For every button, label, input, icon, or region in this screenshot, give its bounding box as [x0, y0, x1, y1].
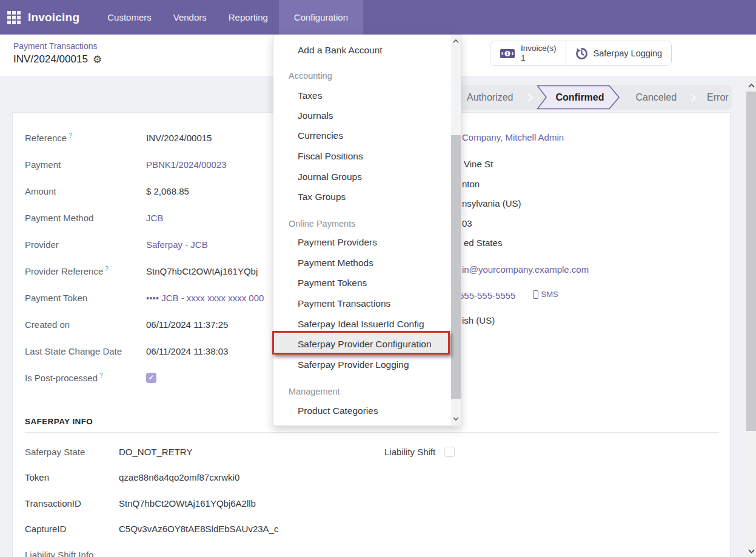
menu-item-fiscal-positions[interactable]: Fiscal Positions: [273, 146, 449, 166]
liability-shift-checkbox[interactable]: [444, 447, 455, 457]
status-step-confirmed-label: Confirmed: [537, 85, 620, 110]
partner-email-link[interactable]: in@yourcompany.example.com: [462, 264, 589, 275]
field-label: Provider: [25, 239, 146, 250]
nav-item-configuration[interactable]: Configuration: [279, 0, 363, 35]
partner-phone-link[interactable]: 555-555-5555: [459, 290, 515, 301]
field-row-payment: Payment PBNK1/2024/00023: [25, 151, 286, 178]
field-row-token: Token qzae88n6a4qo2omf87cxrwki0: [25, 465, 340, 491]
scroll-up-icon[interactable]: [451, 36, 461, 46]
apps-menu-button[interactable]: [0, 0, 28, 35]
menu-item-saferpay-ideal-issuerid-config[interactable]: Saferpay Ideal IssuerId Config: [273, 314, 449, 334]
field-row-created-on: Created on 06/11/2024 11:37:25: [25, 311, 286, 338]
help-icon[interactable]: ?: [99, 372, 103, 379]
status-step-confirmed[interactable]: Confirmed: [537, 85, 620, 110]
breadcrumb: Payment Transactions INV/2024/00015 ⚙: [13, 41, 102, 65]
field-row-provider-reference: Provider Reference? StnQ7hbCt2OWtAj161YQ…: [25, 258, 286, 284]
configuration-dropdown-menu: Add a Bank Account Accounting Taxes Jour…: [273, 35, 461, 426]
partner-zip: 03: [462, 218, 472, 228]
section-divider: [25, 432, 719, 433]
menu-item-journal-groups[interactable]: Journal Groups: [273, 167, 449, 187]
field-row-payment-method: Payment Method JCB: [25, 204, 286, 231]
field-label: Amount: [25, 186, 146, 196]
menu-item-payment-providers[interactable]: Payment Providers: [273, 232, 449, 252]
menu-item-saferpay-provider-logging[interactable]: Saferpay Provider Logging: [273, 355, 449, 375]
field-label: CaptureID: [25, 524, 119, 534]
menu-item-taxes[interactable]: Taxes: [273, 85, 449, 105]
field-row-liability-shift: Liability Shift: [384, 439, 455, 465]
header-button-group: 1 Invoice(s) 1 Saferpay Logging: [490, 41, 672, 66]
menu-item-currencies[interactable]: Currencies: [273, 125, 449, 145]
field-row-saferpay-state: Saferpay State DO_NOT_RETRY: [25, 439, 340, 465]
sms-button[interactable]: SMS: [533, 290, 558, 299]
field-label: TransactionID: [25, 498, 119, 509]
menu-item-payment-transactions[interactable]: Payment Transactions: [273, 293, 449, 313]
provider-link[interactable]: Saferpay - JCB: [146, 239, 208, 250]
payment-link[interactable]: PBNK1/2024/00023: [146, 159, 227, 170]
field-value: 06/11/2024 11:38:03: [146, 346, 228, 356]
menu-item-payment-methods[interactable]: Payment Methods: [273, 253, 449, 273]
page-scrollbar[interactable]: [746, 76, 756, 557]
svg-text:1: 1: [506, 51, 509, 56]
menu-item-product-categories[interactable]: Product Categories: [273, 401, 449, 421]
invoices-button-label: Invoice(s): [521, 44, 557, 53]
field-label: Provider Reference?: [25, 265, 146, 276]
field-row-provider: Provider Saferpay - JCB: [25, 231, 286, 258]
partner-link[interactable]: Company, Mitchell Admin: [462, 132, 564, 142]
partner-state: nsylvania (US): [462, 198, 521, 208]
menu-item-journals[interactable]: Journals: [273, 105, 449, 125]
invoices-button-count: 1: [521, 53, 526, 63]
scroll-down-icon[interactable]: [746, 546, 756, 556]
field-label: Is Post-processed?: [25, 372, 146, 383]
apps-grid-icon: [7, 11, 21, 24]
mobile-phone-icon: [533, 290, 538, 299]
status-step-canceled[interactable]: Canceled: [620, 92, 689, 103]
menu-item-payment-tokens[interactable]: Payment Tokens: [273, 273, 449, 293]
saferpay-section-title: SAFERPAY INFO: [25, 417, 93, 426]
menu-item-tax-groups[interactable]: Tax Groups: [273, 187, 449, 207]
field-value: C5Qv3vAz6OY8tAE8SldEbSAUv23A_c: [119, 524, 278, 534]
nav-item-customers[interactable]: Customers: [96, 0, 162, 35]
menu-item-add-bank-account[interactable]: Add a Bank Account: [273, 40, 449, 60]
invoices-stat-button[interactable]: 1 Invoice(s) 1: [490, 41, 566, 65]
menu-section-accounting: Accounting: [273, 66, 449, 86]
help-icon[interactable]: ?: [69, 132, 72, 139]
field-label: Last State Change Date: [25, 346, 146, 356]
gear-icon[interactable]: ⚙: [93, 55, 102, 65]
dropdown-scrollbar-thumb[interactable]: [451, 135, 461, 399]
breadcrumb-parent-link[interactable]: Payment Transactions: [13, 41, 98, 51]
statusbar-chevron-icon: [524, 93, 532, 101]
app-window: Invoicing Customers Vendors Reporting Co…: [0, 0, 756, 557]
field-row-is-post-processed: Is Post-processed? ✓: [25, 364, 286, 391]
dropdown-scrollbar[interactable]: [451, 35, 461, 425]
field-label: Liability Shift Info: [25, 550, 119, 557]
field-value: StnQ7hbCt2OWtAj161YQbj: [146, 266, 258, 276]
page-scrollbar-thumb[interactable]: [746, 92, 756, 431]
field-value: StnQ7hbCt2OWtAj161YQbj6A2llb: [119, 498, 256, 509]
field-row-capture-id: CaptureID C5Qv3vAz6OY8tAE8SldEbSAUv23A_c: [25, 516, 340, 542]
app-title[interactable]: Invoicing: [28, 0, 96, 35]
help-icon[interactable]: ?: [105, 265, 109, 272]
nav-item-reporting[interactable]: Reporting: [218, 0, 279, 35]
status-step-authorized[interactable]: Authorized: [455, 92, 526, 103]
saferpay-logging-label: Saferpay Logging: [594, 48, 663, 58]
money-bill-icon: 1: [500, 48, 515, 59]
top-navbar: Invoicing Customers Vendors Reporting Co…: [0, 0, 756, 35]
field-label: Payment Token: [25, 293, 146, 303]
partner-phone-row: 555-555-5555 SMS: [459, 290, 558, 301]
saferpay-fields: Saferpay State DO_NOT_RETRY Token qzae88…: [25, 439, 340, 557]
field-label: Liability Shift: [384, 447, 435, 457]
transaction-fields: Reference? INV/2024/00015 Payment PBNK1/…: [25, 124, 286, 391]
is-post-processed-checkbox[interactable]: ✓: [146, 373, 156, 383]
scroll-down-icon[interactable]: [451, 413, 461, 424]
saferpay-logging-button[interactable]: Saferpay Logging: [566, 41, 672, 65]
menu-item-saferpay-provider-configuration[interactable]: Saferpay Provider Configuration: [273, 334, 449, 354]
scroll-up-icon[interactable]: [746, 81, 756, 91]
payment-method-link[interactable]: JCB: [146, 213, 163, 223]
menu-section-online-payments: Online Payments: [273, 214, 449, 234]
partner-city: nton: [462, 179, 480, 189]
partner-street: Vine St: [464, 159, 493, 169]
field-value: qzae88n6a4qo2omf87cxrwki0: [119, 472, 239, 482]
payment-token-link[interactable]: •••• JCB - xxxx xxxx xxxx 000: [146, 293, 264, 303]
nav-item-vendors[interactable]: Vendors: [162, 0, 218, 35]
status-step-error[interactable]: Error: [695, 92, 741, 103]
